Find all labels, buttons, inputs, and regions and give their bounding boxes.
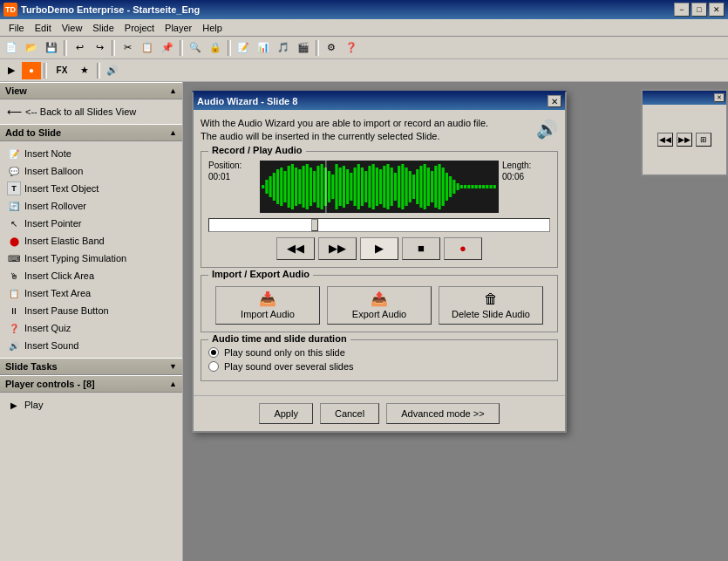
- toolbar-record-active[interactable]: ●: [22, 62, 41, 79]
- svg-rect-43: [419, 166, 422, 208]
- play-item-label: Play: [24, 400, 43, 410]
- mini-close-button[interactable]: ✕: [714, 93, 725, 102]
- sidebar-item-pause[interactable]: ⏸ Insert Pause Button: [0, 302, 182, 319]
- sidebar-item-rollover[interactable]: 🔄 Insert Rollover: [0, 197, 182, 215]
- toolbar-help[interactable]: ❓: [342, 39, 361, 57]
- sidebar-view-header[interactable]: View ▲: [0, 82, 182, 99]
- svg-rect-46: [431, 171, 433, 202]
- sidebar-item-text-object[interactable]: T Insert Text Object: [0, 180, 182, 197]
- svg-rect-60: [482, 185, 485, 188]
- content-area: ✕ ◀◀ ▶▶ ⊞ Audio Wizard - Slide 8 ✕ With …: [183, 82, 728, 561]
- length-info: Length: 00:06: [502, 161, 550, 181]
- toolbar-new[interactable]: 📄: [2, 39, 21, 57]
- sidebar-pointer-label: Insert Pointer: [24, 218, 81, 229]
- apply-button[interactable]: Apply: [259, 403, 313, 424]
- toolbar-copy[interactable]: 📋: [138, 39, 157, 57]
- sidebar-item-typing[interactable]: ⌨ Insert Typing Simulation: [0, 250, 182, 267]
- menu-view[interactable]: View: [57, 21, 88, 35]
- dialog-close-button[interactable]: ✕: [548, 95, 561, 107]
- sidebar-item-quiz[interactable]: ❓ Insert Quiz: [0, 319, 182, 337]
- toolbar-play[interactable]: ▶: [2, 62, 21, 79]
- sidebar-item-balloon[interactable]: 💬 Insert Balloon: [0, 162, 182, 180]
- stop-button[interactable]: ■: [402, 237, 440, 260]
- svg-rect-36: [394, 173, 397, 201]
- close-button[interactable]: ✕: [709, 3, 725, 17]
- sidebar-slide-tasks-header[interactable]: Slide Tasks ▼: [0, 358, 182, 375]
- import-audio-button[interactable]: 📥 Import Audio: [215, 286, 320, 325]
- toolbar-chart[interactable]: 📊: [254, 39, 273, 57]
- toolbar-open[interactable]: 📂: [22, 39, 41, 57]
- menu-edit[interactable]: Edit: [30, 21, 57, 35]
- menu-help[interactable]: Help: [197, 21, 228, 35]
- waveform-area: Position: 00:01: [208, 161, 550, 213]
- sidebar-item-text-area[interactable]: 📋 Insert Text Area: [0, 284, 182, 302]
- app-icon: TD: [3, 3, 17, 17]
- toolbar-redo[interactable]: ↪: [90, 39, 109, 57]
- mini-rewind-btn[interactable]: ◀◀: [657, 133, 673, 147]
- sidebar-item-pointer[interactable]: ↖ Insert Pointer: [0, 215, 182, 232]
- svg-rect-59: [479, 185, 481, 188]
- menu-player[interactable]: Player: [160, 21, 197, 35]
- svg-rect-9: [295, 168, 297, 206]
- app-title: TurboDemo Enterprise - Startseite_Eng: [21, 4, 674, 15]
- pause-icon: ⏸: [7, 304, 21, 318]
- transport-buttons: ◀◀ ▶▶ ▶ ■ ●: [208, 237, 550, 260]
- toolbar-star[interactable]: ★: [75, 62, 94, 79]
- sidebar-back-button[interactable]: ⟵ <-- Back to all Slides View: [0, 103, 182, 120]
- maximize-button[interactable]: □: [691, 3, 707, 17]
- sidebar-player-controls-header[interactable]: Player controls - [8] ▲: [0, 375, 182, 393]
- playback-thumb[interactable]: [311, 219, 318, 231]
- svg-rect-47: [434, 166, 437, 208]
- fast-forward-button[interactable]: ▶▶: [318, 237, 357, 260]
- sidebar-item-click-area[interactable]: 🖱 Insert Click Area: [0, 267, 182, 284]
- export-audio-button[interactable]: 📤 Export Audio: [327, 286, 432, 325]
- sidebar-play-item[interactable]: ▶ Play: [0, 396, 182, 414]
- toolbar-lock[interactable]: 🔒: [206, 39, 225, 57]
- main-area: View ▲ ⟵ <-- Back to all Slides View Add…: [0, 82, 728, 561]
- play-button[interactable]: ▶: [360, 237, 398, 260]
- radio-this-slide[interactable]: [208, 347, 219, 358]
- minimize-button[interactable]: −: [674, 3, 690, 17]
- dialog-body: With the Audio Wizard you are able to im…: [194, 110, 565, 395]
- sidebar-view-content: ⟵ <-- Back to all Slides View: [0, 99, 182, 124]
- advanced-mode-button[interactable]: Advanced mode >>: [386, 403, 499, 424]
- svg-rect-35: [391, 168, 393, 206]
- svg-rect-18: [328, 171, 330, 202]
- toolbar-undo[interactable]: ↩: [70, 39, 89, 57]
- mini-forward-btn[interactable]: ▶▶: [677, 133, 692, 147]
- sidebar-item-note[interactable]: 📝 Insert Note: [0, 145, 182, 162]
- radio-several-slides[interactable]: [208, 361, 219, 372]
- text-object-icon: T: [7, 181, 21, 195]
- sidebar-elastic-label: Insert Elastic Band: [24, 236, 105, 246]
- toolbar-paste[interactable]: 📌: [158, 39, 177, 57]
- svg-rect-49: [442, 168, 445, 206]
- audio-time-label: Audio time and slide duration: [208, 333, 350, 344]
- rewind-button[interactable]: ◀◀: [276, 237, 315, 260]
- sidebar-item-elastic[interactable]: ⬤ Insert Elastic Band: [0, 232, 182, 250]
- toolbar-video[interactable]: 🎬: [294, 39, 313, 57]
- sidebar-item-sound[interactable]: 🔊 Insert Sound: [0, 337, 182, 354]
- svg-rect-32: [379, 169, 382, 204]
- length-label: Length:: [502, 161, 531, 170]
- record-play-label: Record / Play Audio: [208, 145, 306, 155]
- menu-project[interactable]: Project: [119, 21, 160, 35]
- menu-slide[interactable]: Slide: [87, 21, 119, 35]
- toolbar-zoom[interactable]: 🔍: [186, 39, 205, 57]
- sidebar-add-header[interactable]: Add to Slide ▲: [0, 124, 182, 141]
- playback-slider-row: [208, 218, 550, 232]
- toolbar-save[interactable]: 💾: [42, 39, 61, 57]
- record-button[interactable]: ●: [444, 237, 482, 260]
- toolbar-insert-note[interactable]: 📝: [234, 39, 253, 57]
- playback-slider[interactable]: [208, 218, 550, 232]
- cancel-button[interactable]: Cancel: [320, 403, 379, 424]
- toolbar-speaker[interactable]: 🔊: [103, 62, 122, 79]
- toolbar-settings[interactable]: ⚙: [322, 39, 341, 57]
- delete-audio-button[interactable]: 🗑 Delete Slide Audio: [439, 286, 543, 325]
- toolbar-audio[interactable]: 🎵: [274, 39, 293, 57]
- toolbar-cut[interactable]: ✂: [118, 39, 137, 57]
- import-icon: 📥: [259, 291, 276, 307]
- mini-extra-btn[interactable]: ⊞: [696, 133, 711, 147]
- menu-file[interactable]: File: [3, 21, 30, 35]
- toolbar-fx-label[interactable]: FX: [50, 62, 74, 79]
- radio-this-slide-label: Play sound only on this slide: [224, 347, 345, 358]
